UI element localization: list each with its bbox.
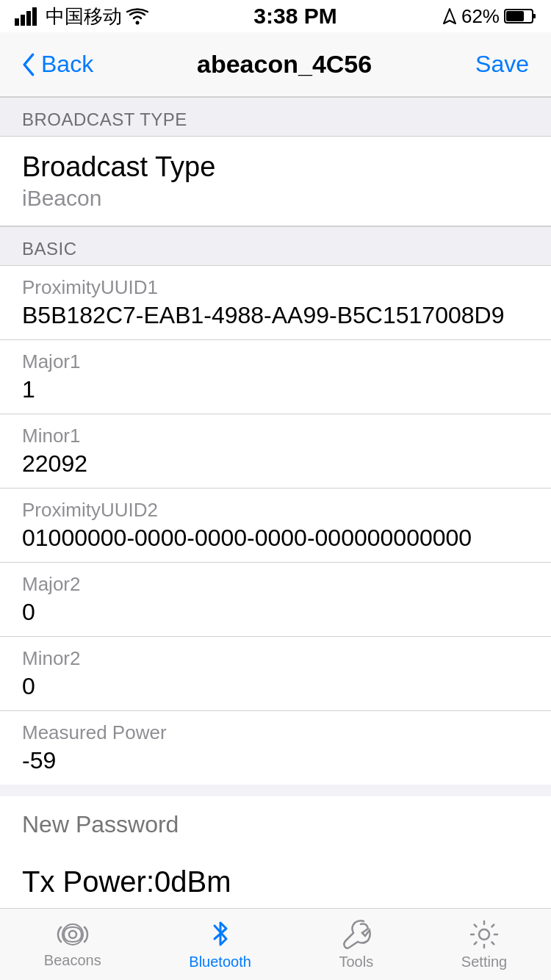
minor1-value: 22092 <box>22 450 529 478</box>
broadcast-type-title: Broadcast Type <box>22 151 529 183</box>
tab-tools[interactable]: Tools <box>339 918 374 970</box>
tab-bluetooth-label: Bluetooth <box>189 954 251 970</box>
proximity-uuid2-label: ProximityUUID2 <box>22 499 529 522</box>
minor2-label: Minor2 <box>22 647 529 670</box>
tab-setting[interactable]: Setting <box>461 918 507 970</box>
measured-power-row[interactable]: Measured Power -59 <box>0 711 551 785</box>
measured-power-value: -59 <box>22 747 529 774</box>
svg-rect-0 <box>15 18 19 26</box>
page-title: abeacon_4C56 <box>197 50 372 79</box>
minor2-row[interactable]: Minor2 0 <box>0 637 551 711</box>
major2-label: Major2 <box>22 573 529 596</box>
minor1-label: Minor1 <box>22 425 529 447</box>
tab-bar: Beacons Bluetooth Tools Setting <box>0 908 551 980</box>
tab-setting-label: Setting <box>461 954 507 970</box>
basic-fields-section: ProximityUUID1 B5B182C7-EAB1-4988-AA99-B… <box>0 266 551 785</box>
status-bar: 中国移动 3:38 PM 62% <box>0 0 551 32</box>
broadcast-type-row[interactable]: Broadcast Type iBeacon <box>0 137 551 226</box>
minor1-row[interactable]: Minor1 22092 <box>0 414 551 489</box>
svg-rect-1 <box>21 15 25 26</box>
nav-bar: Back abeacon_4C56 Save <box>0 32 551 97</box>
setting-icon <box>468 918 500 951</box>
password-section <box>0 796 551 855</box>
proximity-uuid2-row[interactable]: ProximityUUID2 01000000-0000-0000-0000-0… <box>0 489 551 563</box>
status-right: 62% <box>442 5 536 28</box>
svg-point-4 <box>136 21 140 25</box>
tx-power-row[interactable]: Tx Power:0dBm <box>0 855 551 914</box>
tools-icon <box>340 918 372 951</box>
major2-value: 0 <box>22 599 529 626</box>
tx-power-value: Tx Power:0dBm <box>22 865 529 898</box>
bluetooth-icon <box>209 918 232 951</box>
tab-beacons-label: Beacons <box>44 952 101 969</box>
major1-label: Major1 <box>22 350 529 373</box>
broadcast-type-subtitle: iBeacon <box>22 186 529 211</box>
svg-rect-3 <box>32 7 37 26</box>
back-chevron-icon <box>22 53 37 76</box>
proximity-uuid1-value: B5B182C7-EAB1-4988-AA99-B5C1517008D9 <box>22 302 529 329</box>
wifi-icon <box>126 7 148 25</box>
major2-row[interactable]: Major2 0 <box>0 563 551 637</box>
beacons-icon <box>57 920 89 949</box>
svg-point-8 <box>69 931 76 938</box>
status-left: 中国移动 <box>15 4 148 29</box>
proximity-uuid1-row[interactable]: ProximityUUID1 B5B182C7-EAB1-4988-AA99-B… <box>0 266 551 340</box>
basic-section-header: BASIC <box>0 226 551 266</box>
broadcast-type-section: Broadcast Type iBeacon <box>0 137 551 226</box>
proximity-uuid1-label: ProximityUUID1 <box>22 276 529 299</box>
tx-power-section: Tx Power:0dBm <box>0 855 551 914</box>
svg-point-10 <box>479 929 489 940</box>
tab-tools-label: Tools <box>339 954 374 970</box>
major1-value: 1 <box>22 376 529 403</box>
battery-icon <box>504 7 536 25</box>
tab-bluetooth[interactable]: Bluetooth <box>189 918 251 970</box>
major1-row[interactable]: Major1 1 <box>0 340 551 414</box>
location-icon <box>442 7 457 25</box>
measured-power-label: Measured Power <box>22 721 529 744</box>
back-button[interactable]: Back <box>22 51 93 78</box>
password-input[interactable] <box>22 811 529 838</box>
proximity-uuid2-value: 01000000-0000-0000-0000-000000000000 <box>22 525 529 552</box>
broadcast-type-section-header: BROADCAST TYPE <box>0 97 551 137</box>
signal-icon <box>15 7 41 26</box>
svg-rect-6 <box>533 14 536 18</box>
battery-label: 62% <box>461 5 500 28</box>
save-button[interactable]: Save <box>475 51 529 78</box>
back-label: Back <box>41 51 93 78</box>
carrier-label: 中国移动 <box>46 4 122 29</box>
svg-rect-7 <box>506 11 524 21</box>
scroll-content: BROADCAST TYPE Broadcast Type iBeacon BA… <box>0 97 551 980</box>
password-row[interactable] <box>0 796 551 855</box>
svg-rect-2 <box>26 11 31 26</box>
tab-beacons[interactable]: Beacons <box>44 920 101 969</box>
status-time: 3:38 PM <box>253 4 336 29</box>
minor2-value: 0 <box>22 673 529 700</box>
